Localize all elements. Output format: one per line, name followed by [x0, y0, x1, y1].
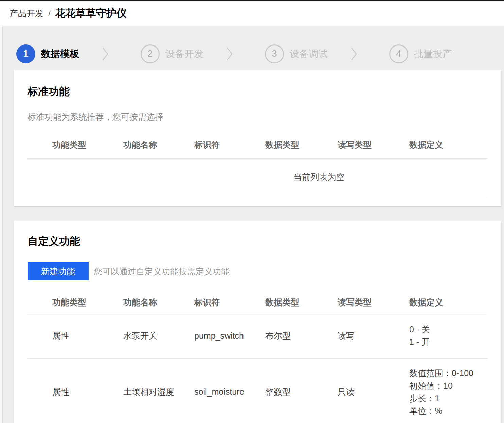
cell-function-name: 水泵开关: [123, 330, 194, 342]
custom-functions-toolbar: 新建功能 您可以通过自定义功能按需定义功能: [28, 262, 488, 280]
definition-line: 数值范围：0-100: [409, 367, 488, 380]
col-function-type: 功能类型: [28, 139, 123, 150]
cell-rw-type: 读写: [338, 330, 409, 342]
standard-functions-card: 标准功能 标准功能为系统推荐，您可按需选择 功能类型 功能名称 标识符 数据类型…: [14, 70, 501, 206]
definition-line: 步长：1: [409, 392, 488, 405]
step-4-circle: 4: [389, 44, 408, 63]
definition-line: 1 - 开: [409, 336, 488, 348]
breadcrumb-product-dev[interactable]: 产品开发: [10, 8, 43, 19]
col-identifier: 标识符: [194, 297, 265, 308]
step-2-label: 设备开发: [165, 48, 203, 60]
standard-functions-subtitle: 标准功能为系统推荐，您可按需选择: [28, 112, 488, 122]
breadcrumb-current-product: 花花草草守护仪: [55, 6, 127, 20]
col-data-type: 数据类型: [265, 139, 338, 150]
col-rw-type: 读写类型: [338, 139, 409, 150]
cell-data-definition: 0 - 关 1 - 开: [409, 317, 488, 354]
cell-data-definition: 数值范围：0-100 初始值：10 步长：1 单位：%: [409, 361, 488, 423]
standard-table-header: 功能类型 功能名称 标识符 数据类型 读写类型 数据定义: [28, 131, 488, 159]
empty-list-text: 当前列表为空: [294, 171, 345, 183]
cell-function-name: 土壤相对湿度: [123, 386, 194, 398]
col-data-definition: 数据定义: [409, 139, 488, 150]
breadcrumb-separator: /: [48, 9, 51, 18]
col-identifier: 标识符: [194, 139, 265, 150]
custom-table-header: 功能类型 功能名称 标识符 数据类型 读写类型 数据定义: [28, 292, 488, 313]
custom-functions-title: 自定义功能: [28, 236, 488, 247]
step-4-label: 批量投产: [414, 48, 452, 60]
definition-line: 初始值：10: [409, 380, 488, 392]
step-wizard: 1 数据模板 2 设备开发 3 设备调试 4 批量投产: [0, 26, 504, 70]
step-3-circle: 3: [265, 44, 284, 63]
cell-data-type: 整数型: [265, 386, 338, 398]
cell-function-type: 属性: [28, 386, 123, 398]
step-data-template[interactable]: 1 数据模板: [16, 44, 92, 63]
top-edge-bar: [0, 0, 504, 1]
definition-line: 单位：%: [409, 405, 488, 417]
table-row: 属性 水泵开关 pump_switch 布尔型 读写 0 - 关 1 - 开: [28, 313, 488, 359]
cell-identifier: pump_switch: [194, 331, 265, 341]
table-row: 属性 土壤相对湿度 soil_moisture 整数型 只读 数值范围：0-10…: [28, 359, 488, 423]
col-data-definition: 数据定义: [409, 297, 488, 308]
breadcrumb: 产品开发 / 花花草草守护仪: [0, 1, 504, 26]
step-batch-production[interactable]: 4 批量投产: [389, 44, 465, 63]
col-function-type: 功能类型: [28, 297, 123, 308]
col-rw-type: 读写类型: [338, 297, 409, 308]
cell-identifier: soil_moisture: [194, 387, 265, 397]
step-1-label: 数据模板: [41, 48, 79, 60]
custom-functions-hint: 您可以通过自定义功能按需定义功能: [94, 266, 230, 277]
col-function-name: 功能名称: [123, 297, 194, 308]
cell-rw-type: 只读: [338, 386, 409, 398]
chevron-right-icon: [350, 47, 357, 61]
cell-function-type: 属性: [28, 330, 123, 342]
left-panel-edge: [0, 1, 3, 423]
empty-list-row: 当前列表为空: [28, 159, 488, 196]
definition-line: 0 - 关: [409, 323, 488, 336]
step-2-circle: 2: [141, 44, 160, 63]
custom-functions-card: 自定义功能 新建功能 您可以通过自定义功能按需定义功能 功能类型 功能名称 标识…: [14, 221, 501, 423]
new-function-button[interactable]: 新建功能: [28, 262, 89, 280]
standard-functions-title: 标准功能: [28, 86, 488, 97]
step-1-circle: 1: [16, 44, 35, 63]
col-function-name: 功能名称: [123, 139, 194, 150]
step-3-label: 设备调试: [290, 48, 328, 60]
cell-data-type: 布尔型: [265, 330, 338, 342]
col-data-type: 数据类型: [265, 297, 338, 308]
chevron-right-icon: [102, 47, 109, 61]
chevron-right-icon: [226, 47, 233, 61]
step-device-development[interactable]: 2 设备开发: [141, 44, 216, 63]
step-device-debugging[interactable]: 3 设备调试: [265, 44, 340, 63]
